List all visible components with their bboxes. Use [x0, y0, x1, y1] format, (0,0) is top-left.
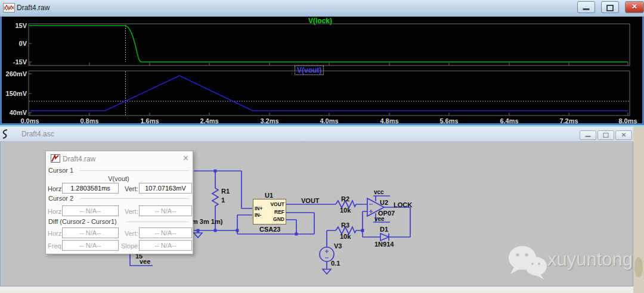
- diff-group-label: Diff (Cursor2 - Cursor1): [48, 218, 119, 225]
- diff-freq-field: -- N/A--: [62, 240, 119, 251]
- u1-pin-vout: VOUT: [267, 201, 284, 207]
- cursor2-group-label: Cursor 2: [48, 195, 76, 202]
- vert-label: Vert:: [125, 208, 138, 215]
- label-v3-value[interactable]: 0.1: [331, 260, 340, 267]
- freq-label: Freq:: [48, 242, 63, 250]
- cursor1-group-label: Cursor 1: [48, 167, 76, 174]
- trace-vout[interactable]: [30, 76, 628, 111]
- u1-pin-in-minus: IN-: [255, 212, 261, 218]
- restore-icon: [603, 133, 609, 138]
- net-label-vout[interactable]: VOUT: [301, 197, 320, 204]
- wechat-icon: [504, 243, 547, 280]
- ground-icon: [323, 269, 331, 274]
- schematic-app-icon: [1, 129, 10, 139]
- vert-label: Vert:: [125, 230, 138, 237]
- label-r1[interactable]: R1: [221, 188, 230, 195]
- label-u2[interactable]: U2: [380, 199, 388, 206]
- pane1-x-ticks: [30, 63, 628, 66]
- diff-horz-field: -- N/A--: [62, 227, 119, 238]
- u1-pin-ref: REF: [267, 209, 284, 215]
- label-d1-part[interactable]: 1N914: [374, 241, 394, 248]
- label-u1-part[interactable]: CSA23: [259, 226, 280, 233]
- cursor-dialog[interactable]: Draft4.raw ✕ Cursor 1 V(vout) Horz: 1.28…: [45, 151, 193, 254]
- diff-slope-field: -- N/A--: [139, 240, 192, 251]
- label-r2-value[interactable]: 10k: [340, 207, 351, 214]
- schematic-minimize-button[interactable]: [580, 130, 596, 140]
- net-label-lock[interactable]: LOCK: [394, 201, 412, 208]
- schematic-maximize-button[interactable]: [597, 130, 614, 140]
- pane2-x-ticks: [30, 113, 628, 116]
- close-icon: ✕: [616, 131, 631, 139]
- watermark-smudge: [634, 257, 643, 278]
- label-r3-value[interactable]: 10k: [340, 233, 351, 240]
- pane1-border: [29, 24, 630, 66]
- vert-label: Vert:: [125, 185, 138, 192]
- cursor-dialog-titlebar[interactable]: Draft4.raw ✕: [46, 151, 193, 166]
- net-label-vee-rail[interactable]: vee: [140, 258, 150, 265]
- opamp-input-polarity: [369, 204, 373, 213]
- label-d1[interactable]: D1: [380, 226, 388, 233]
- watermark: xuyuntong: [504, 243, 636, 280]
- net-label-vcc[interactable]: vcc: [374, 189, 384, 195]
- ground-icon: [194, 233, 202, 238]
- divider: [126, 222, 189, 222]
- label-r1-value[interactable]: 1: [221, 197, 225, 204]
- close-icon[interactable]: ✕: [182, 154, 189, 163]
- y-ticks: [29, 26, 32, 113]
- desktop-margin: [0, 286, 633, 293]
- label-r2[interactable]: R2: [341, 195, 349, 202]
- horz-label: Horz:: [48, 208, 63, 215]
- horz-label: Horz:: [48, 185, 63, 192]
- diode-d1[interactable]: [380, 233, 389, 241]
- u1-pin-gnd: GND: [267, 216, 284, 222]
- cursor-dialog-title: Draft4.raw: [63, 155, 95, 163]
- net-label-vee[interactable]: vee: [374, 216, 385, 222]
- cursor1-vert-field[interactable]: 107.07163mV: [139, 183, 192, 194]
- resistor-r1[interactable]: [212, 188, 218, 208]
- trace-vlock[interactable]: [30, 26, 628, 62]
- cursor2-vert-field: -- N/A--: [139, 205, 192, 216]
- waveform-plot-svg: [0, 0, 644, 126]
- minimize-icon: [586, 136, 591, 137]
- schematic-window-title: Draft4.asc: [21, 130, 54, 138]
- pane2-border: [29, 71, 630, 116]
- horz-label: Horz:: [48, 230, 63, 237]
- schematic-titlebar[interactable]: Draft4.asc: [0, 127, 633, 142]
- watermark-text: xuyuntong: [547, 249, 633, 270]
- ltspice-icon: [51, 154, 60, 163]
- schematic-close-button[interactable]: ✕: [615, 130, 632, 140]
- label-v3[interactable]: V3: [334, 242, 342, 250]
- label-r3[interactable]: R3: [341, 222, 349, 229]
- label-pulse-partial: m 3m 1m): [192, 218, 222, 225]
- slope-label: Slope:: [121, 242, 140, 250]
- diff-vert-field: -- N/A--: [139, 227, 192, 238]
- label-u1[interactable]: U1: [265, 192, 273, 199]
- screen: Draft4.raw ✕ 15V 0V -15V 260mV 150mV 40m…: [0, 0, 644, 293]
- divider: [79, 198, 189, 199]
- cursor1-trace-name: V(vout): [83, 175, 154, 182]
- divider: [79, 170, 189, 171]
- cursor2-horz-field: -- N/A--: [62, 205, 119, 216]
- cursor1-horz-field[interactable]: 1.2803581ms: [62, 183, 119, 194]
- u1-pin-in-plus: IN+: [255, 205, 262, 211]
- vsource-polarity: [325, 250, 329, 258]
